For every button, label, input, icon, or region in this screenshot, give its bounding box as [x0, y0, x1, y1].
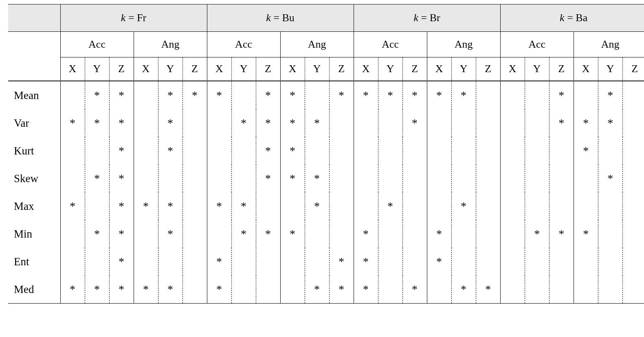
data-cell: *	[354, 248, 378, 275]
mark-icon: *	[363, 255, 369, 268]
data-cell	[329, 165, 354, 192]
mark-icon: *	[387, 89, 393, 101]
data-cell	[85, 137, 109, 165]
data-cell	[378, 165, 402, 192]
data-cell: *	[280, 81, 305, 110]
header-axis: Y	[525, 57, 549, 81]
data-cell	[549, 165, 574, 192]
mark-icon: *	[412, 283, 418, 295]
data-cell: *	[134, 192, 158, 220]
data-cell: *	[256, 220, 280, 248]
data-cell	[402, 248, 427, 275]
header-axis: X	[500, 57, 525, 81]
mark-icon: *	[216, 255, 222, 268]
data-cell	[500, 275, 525, 304]
data-cell: *	[354, 220, 378, 248]
data-cell	[622, 220, 644, 248]
mark-icon: *	[265, 117, 271, 129]
data-cell	[354, 109, 378, 137]
data-cell	[500, 165, 525, 192]
data-cell: *	[85, 275, 109, 304]
mark-icon: *	[143, 200, 149, 212]
data-cell: *	[109, 192, 134, 220]
mark-icon: *	[436, 89, 442, 101]
mark-icon: *	[314, 200, 320, 212]
data-cell: *	[329, 248, 354, 275]
header-blank	[8, 32, 60, 57]
data-cell	[525, 192, 549, 220]
data-cell	[280, 248, 305, 275]
data-cell	[378, 137, 402, 165]
data-cell: *	[549, 109, 574, 137]
mark-icon: *	[363, 227, 369, 240]
mark-icon: *	[119, 283, 124, 295]
data-cell: *	[280, 109, 305, 137]
data-cell	[134, 137, 158, 165]
data-cell	[231, 81, 256, 110]
mark-icon: *	[70, 200, 75, 212]
data-cell	[182, 109, 207, 137]
data-cell	[231, 248, 256, 275]
data-cell: *	[305, 192, 329, 220]
data-cell	[451, 220, 476, 248]
row-label: Ent	[8, 248, 60, 275]
mark-icon: *	[314, 117, 320, 129]
header-axis: Y	[158, 57, 182, 81]
data-cell	[622, 275, 644, 304]
mark-icon: *	[436, 255, 442, 268]
data-cell	[329, 137, 354, 165]
data-cell	[207, 220, 231, 248]
data-cell	[525, 81, 549, 110]
data-cell	[231, 165, 256, 192]
data-cell: *	[427, 81, 451, 110]
data-cell: *	[305, 275, 329, 304]
data-cell: *	[598, 109, 622, 137]
header-k-group: k = Br	[354, 4, 500, 32]
data-cell	[574, 248, 598, 275]
data-cell: *	[109, 275, 134, 304]
header-axis: X	[60, 57, 85, 81]
data-cell	[574, 165, 598, 192]
data-cell: *	[158, 109, 182, 137]
data-cell: *	[158, 220, 182, 248]
header-axis: Z	[622, 57, 644, 81]
mark-icon: *	[94, 172, 100, 185]
data-cell	[207, 165, 231, 192]
mark-icon: *	[461, 283, 466, 295]
data-cell	[476, 109, 500, 137]
data-cell: *	[207, 248, 231, 275]
mark-icon: *	[534, 227, 540, 240]
data-cell	[549, 137, 574, 165]
data-cell	[525, 248, 549, 275]
data-cell	[60, 248, 85, 275]
data-cell	[280, 192, 305, 220]
data-cell: *	[451, 275, 476, 304]
data-cell: *	[109, 165, 134, 192]
mark-icon: *	[265, 89, 271, 101]
row-label: Med	[8, 275, 60, 304]
data-cell: *	[134, 275, 158, 304]
data-cell	[500, 192, 525, 220]
header-sub-group: Acc	[354, 32, 427, 57]
data-cell: *	[109, 220, 134, 248]
header-sub-group: Ang	[427, 32, 500, 57]
data-cell	[427, 109, 451, 137]
mark-icon: *	[241, 200, 246, 212]
data-cell	[182, 220, 207, 248]
mark-icon: *	[338, 283, 344, 295]
data-cell	[500, 109, 525, 137]
data-cell	[134, 109, 158, 137]
mark-icon: *	[290, 89, 295, 101]
data-cell	[476, 248, 500, 275]
data-cell: *	[256, 165, 280, 192]
mark-icon: *	[119, 117, 124, 129]
data-cell: *	[427, 220, 451, 248]
mark-icon: *	[314, 283, 320, 295]
data-cell	[476, 192, 500, 220]
data-cell	[598, 137, 622, 165]
header-axis: Y	[85, 57, 109, 81]
data-cell	[60, 165, 85, 192]
data-cell	[574, 275, 598, 304]
data-cell	[476, 137, 500, 165]
data-cell	[378, 109, 402, 137]
